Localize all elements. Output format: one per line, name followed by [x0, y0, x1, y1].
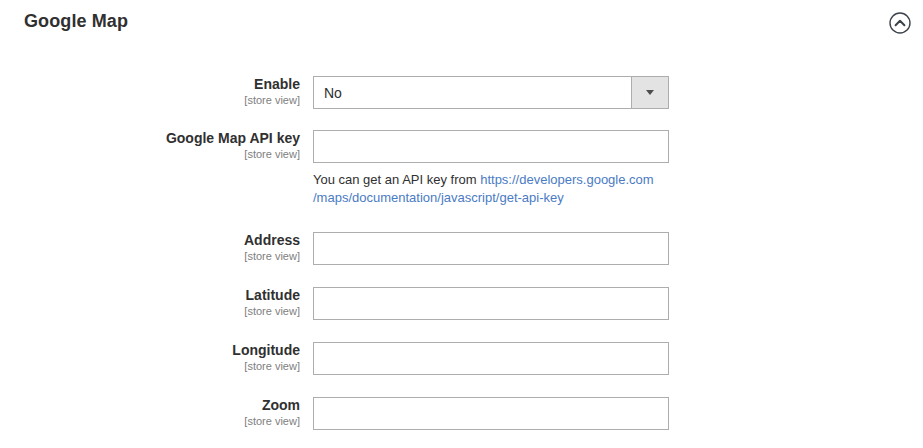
field-row-api-key: Google Map API key [store view] You can …	[0, 130, 923, 206]
field-label: Latitude	[0, 287, 300, 303]
api-key-link-line2: /maps/documentation/javascript/get-api-k…	[313, 190, 564, 205]
field-control-cell: You can get an API key from https://deve…	[313, 130, 669, 206]
field-label-cell: Enable [store view]	[0, 76, 300, 109]
field-label-cell: Longitude [store view]	[0, 342, 300, 375]
field-label: Zoom	[0, 397, 300, 413]
api-key-link-line1: https://developers.google.com	[480, 172, 653, 187]
field-row-address: Address [store view]	[0, 232, 923, 265]
field-label: Enable	[0, 76, 300, 92]
field-label: Longitude	[0, 342, 300, 358]
field-control-cell	[313, 287, 669, 320]
latitude-input[interactable]	[313, 287, 669, 320]
field-label-cell: Address [store view]	[0, 232, 300, 265]
field-row-zoom: Zoom [store view]	[0, 397, 923, 430]
collapse-section-button[interactable]	[889, 12, 911, 34]
field-control-cell	[313, 397, 669, 430]
field-scope: [store view]	[0, 93, 300, 107]
zoom-input[interactable]	[313, 397, 669, 430]
field-scope: [store view]	[0, 304, 300, 318]
section-title: Google Map	[24, 10, 128, 32]
field-scope: [store view]	[0, 359, 300, 373]
field-scope: [store view]	[0, 147, 300, 161]
chevron-up-circle-icon	[889, 22, 911, 37]
field-label: Google Map API key	[0, 130, 300, 146]
enable-select[interactable]: No	[313, 76, 669, 109]
field-control-cell	[313, 232, 669, 265]
api-key-input[interactable]	[313, 130, 669, 163]
address-input[interactable]	[313, 232, 669, 265]
config-form: Enable [store view] No Google Map API ke…	[0, 76, 923, 430]
caret-down-icon	[646, 90, 654, 95]
field-label: Address	[0, 232, 300, 248]
field-control-cell: No	[313, 76, 669, 109]
api-key-note: You can get an API key from https://deve…	[313, 171, 669, 206]
field-scope: [store view]	[0, 414, 300, 428]
field-row-latitude: Latitude [store view]	[0, 287, 923, 320]
google-map-config-section: Google Map Enable [store view] No	[0, 0, 923, 448]
field-scope: [store view]	[0, 249, 300, 263]
field-label-cell: Latitude [store view]	[0, 287, 300, 320]
field-row-longitude: Longitude [store view]	[0, 342, 923, 375]
enable-select-value: No	[314, 85, 631, 101]
select-arrow-button[interactable]	[631, 77, 668, 108]
field-control-cell	[313, 342, 669, 375]
section-header: Google Map	[0, 0, 923, 34]
longitude-input[interactable]	[313, 342, 669, 375]
field-label-cell: Zoom [store view]	[0, 397, 300, 430]
field-label-cell: Google Map API key [store view]	[0, 130, 300, 206]
api-key-note-text: You can get an API key from	[313, 172, 480, 187]
field-row-enable: Enable [store view] No	[0, 76, 923, 109]
